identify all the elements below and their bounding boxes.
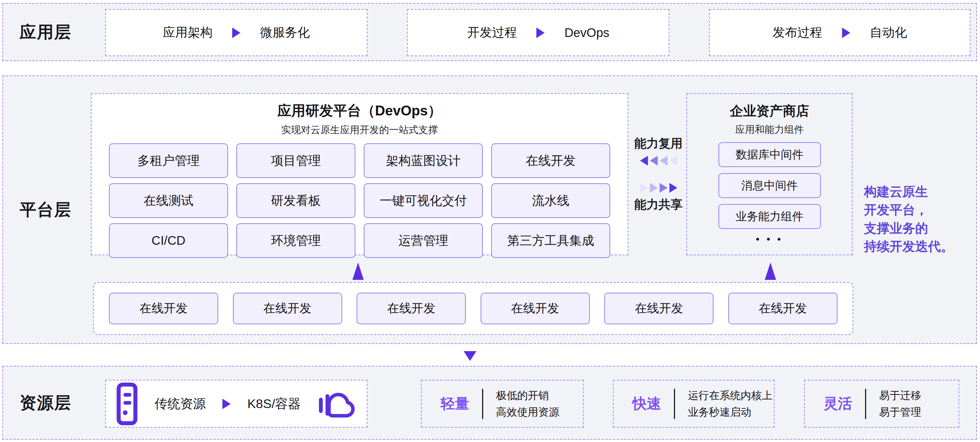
feature-lightweight-box: 轻量 极低的开销 高效使用资源 [421,380,584,428]
capability-cell: 流水线 [491,183,610,218]
store-item: 业务能力组件 [718,204,821,229]
arrow-up-icon [352,262,364,280]
dev-process-to: DevOps [564,26,609,40]
release-process-to: 自动化 [870,24,907,41]
arrow-right-icon [223,399,231,409]
runtime-box: 在线开发 [728,293,837,324]
feature-description: 运行在系统内核上 业务秒速启动 [688,387,772,420]
app-architecture-to: 微服务化 [260,24,310,41]
chevron-right-icon [640,183,677,193]
tagline-line: 支撑业务的 [864,219,973,237]
application-layer-band: 应用层 应用架构 微服务化 开发过程 DevOps 发布过程 自动化 [2,3,977,61]
tagline-line: 开发平台， [864,201,973,219]
arrow-up-icon [765,262,776,280]
arrow-right-icon [232,27,240,38]
release-process-box: 发布过程 自动化 [709,9,970,56]
platform-layer-label: 平台层 [20,199,72,221]
store-item: 数据库中间件 [718,142,821,167]
cloud-container-icon [317,386,356,421]
feature-name: 灵活 [824,394,852,413]
asset-store-subtitle: 应用和能力组件 [687,123,852,136]
capability-cell: 架构蓝图设计 [364,143,483,178]
capability-cell: CI/CD [109,223,228,258]
devops-platform-panel: 应用研发平台（DevOps） 实现对云原生应用开发的一站式支撑 多租户管理 项目… [91,93,628,255]
capability-cell: 项目管理 [236,143,355,178]
platform-layer-band: 平台层 应用研发平台（DevOps） 实现对云原生应用开发的一站式支撑 多租户管… [2,75,977,344]
release-process-from: 发布过程 [773,24,822,41]
feature-flexible-box: 灵活 易于迁移 易于管理 [804,380,959,428]
runtime-box: 在线开发 [356,293,466,324]
tagline-line: 持续开发迭代。 [864,237,973,255]
resource-layer-band: 资源层 传统资源 K8S/容器 轻量 极低的开销 高效使用资源 [2,366,977,440]
capability-cell: 在线测试 [109,183,228,218]
feature-name: 轻量 [441,394,469,413]
capability-cell: 一键可视化交付 [364,183,483,218]
application-layer-label: 应用层 [20,21,72,43]
runtime-box: 在线开发 [233,293,342,324]
feature-fast-box: 快速 运行在系统内核上 业务秒速启动 [613,380,775,428]
feature-description: 易于迁移 易于管理 [879,387,921,420]
capability-cell: 在线开发 [491,143,610,178]
dev-process-from: 开发过程 [467,24,517,41]
cloud-native-architecture-diagram: 应用层 应用架构 微服务化 开发过程 DevOps 发布过程 自动化 平台层 应… [0,0,980,442]
devops-capability-grid: 多租户管理 项目管理 架构蓝图设计 在线开发 在线测试 研发看板 一键可视化交付… [109,143,610,258]
feature-description: 极低的开销 高效使用资源 [496,387,559,420]
divider [865,389,866,419]
arrow-right-icon [842,27,850,38]
ellipsis-icon: • • • [687,233,852,245]
migration-to: K8S/容器 [247,395,301,413]
app-architecture-from: 应用架构 [163,24,213,41]
platform-tagline: 构建云原生 开发平台， 支撑业务的 持续开发迭代。 [864,182,973,255]
server-icon [116,382,138,426]
feature-name: 快速 [633,394,661,413]
capability-cell: 第三方工具集成 [491,223,610,258]
devops-panel-title: 应用研发平台（DevOps） [92,101,628,120]
app-architecture-box: 应用架构 微服务化 [105,9,368,56]
capability-share-label: 能力共享 [634,196,682,213]
divider [674,389,675,419]
runtime-box: 在线开发 [480,293,590,324]
arrow-down-icon [464,351,476,361]
arrow-right-icon [536,27,545,38]
capability-cell: 运营管理 [364,223,483,258]
migration-from: 传统资源 [154,395,206,413]
capability-reuse-label: 能力复用 [634,136,682,152]
runtime-box: 在线开发 [109,293,218,324]
asset-store-title: 企业资产商店 [687,102,852,120]
capability-exchange-column: 能力复用 能力共享 [628,93,689,255]
chevron-left-icon [640,156,677,166]
divider [482,389,483,419]
dev-process-box: 开发过程 DevOps [407,9,670,56]
capability-cell: 多租户管理 [109,143,228,178]
tagline-line: 构建云原生 [864,182,973,201]
runtime-box: 在线开发 [604,293,714,324]
store-item: 消息中间件 [718,173,821,198]
online-dev-runtime-row: 在线开发 在线开发 在线开发 在线开发 在线开发 在线开发 [93,282,853,335]
asset-store-panel: 企业资产商店 应用和能力组件 数据库中间件 消息中间件 业务能力组件 • • • [686,93,853,255]
devops-panel-subtitle: 实现对云原生应用开发的一站式支撑 [92,123,628,137]
resource-migration-box: 传统资源 K8S/容器 [105,380,368,428]
resource-layer-label: 资源层 [20,392,72,414]
capability-cell: 环境管理 [236,223,355,258]
capability-cell: 研发看板 [236,183,355,218]
